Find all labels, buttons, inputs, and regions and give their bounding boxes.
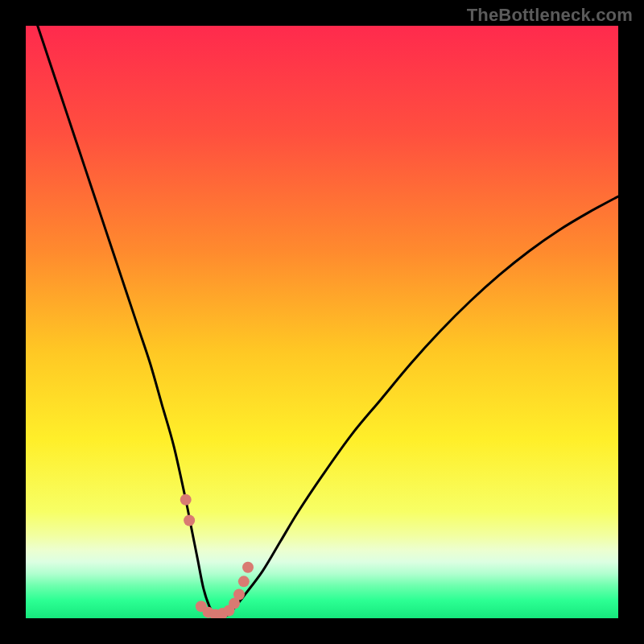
highlight-dot: [180, 494, 192, 506]
curve-layer: [26, 26, 618, 618]
highlight-dot: [238, 576, 250, 587]
highlight-dot: [242, 562, 254, 573]
bottleneck-curve: [31, 26, 618, 617]
chart-frame: { "watermark": "TheBottleneck.com", "col…: [0, 0, 644, 644]
highlight-dot: [184, 515, 195, 526]
plot-area: [26, 26, 618, 618]
highlight-dot: [233, 589, 245, 601]
watermark-text: TheBottleneck.com: [467, 5, 633, 26]
